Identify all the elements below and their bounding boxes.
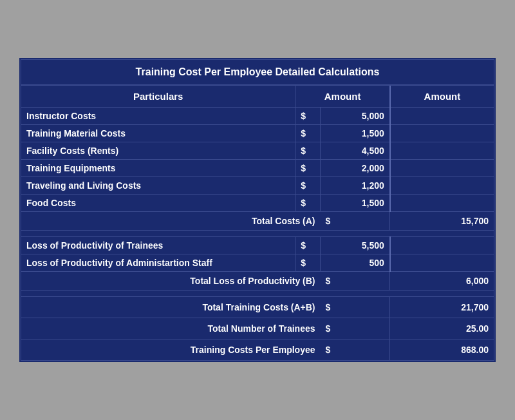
row-label: Training Material Costs — [21, 125, 295, 142]
row-value: 4,500 — [321, 142, 390, 160]
dollar-sign: $ — [295, 160, 321, 177]
row-value: 500 — [321, 254, 390, 272]
table-row: Food Costs $ 1,500 — [21, 195, 494, 212]
total-row-1: Total Training Costs (A+B) $ 21,700 — [21, 297, 494, 318]
total-dollar-2: $ — [321, 318, 390, 339]
row-value: 1,500 — [321, 125, 390, 142]
header-particulars: Particulars — [21, 85, 295, 108]
table-title: Training Cost Per Employee Detailed Calc… — [21, 60, 494, 86]
table-row: Loss of Productivity of Administartion S… — [21, 254, 494, 272]
title-row: Training Cost Per Employee Detailed Calc… — [21, 60, 494, 86]
row-value: 5,500 — [321, 237, 390, 254]
dollar-sign: $ — [295, 177, 321, 195]
total-value-1: 21,700 — [390, 297, 494, 318]
row-label: Traveling and Living Costs — [21, 177, 295, 195]
row-label: Food Costs — [21, 195, 295, 212]
subtotal-label-2: Total Loss of Productivity (B) — [21, 272, 321, 291]
blank-row-1 — [21, 231, 494, 237]
table-row: Loss of Productivity of Trainees $ 5,500 — [21, 237, 494, 254]
row-amount2 — [390, 108, 494, 125]
total-dollar-1: $ — [321, 297, 390, 318]
dollar-sign: $ — [295, 125, 321, 142]
row-amount2 — [390, 177, 494, 195]
header-row: Particulars Amount Amount — [21, 85, 494, 108]
row-amount2 — [390, 237, 494, 254]
dollar-sign: $ — [295, 142, 321, 160]
row-label: Facility Costs (Rents) — [21, 142, 295, 160]
row-value: 1,500 — [321, 195, 390, 212]
total-label-3: Training Costs Per Employee — [21, 339, 321, 361]
subtotal-dollar-2: $ — [321, 272, 390, 291]
row-label: Instructor Costs — [21, 108, 295, 125]
subtotal-dollar-1: $ — [321, 212, 390, 231]
row-amount2 — [390, 195, 494, 212]
dollar-sign: $ — [295, 254, 321, 272]
table-row: Instructor Costs $ 5,000 — [21, 108, 494, 125]
row-label: Loss of Productivity of Administartion S… — [21, 254, 295, 272]
dollar-sign: $ — [295, 237, 321, 254]
subtotal-value-1: 15,700 — [390, 212, 494, 231]
main-table: Training Cost Per Employee Detailed Calc… — [21, 59, 494, 361]
total-value-3: 868.00 — [390, 339, 494, 361]
subtotal-value-2: 6,000 — [390, 272, 494, 291]
header-amount2: Amount — [390, 85, 494, 108]
subtotal-row-2: Total Loss of Productivity (B) $ 6,000 — [21, 272, 494, 291]
row-value: 2,000 — [321, 160, 390, 177]
total-label-1: Total Training Costs (A+B) — [21, 297, 321, 318]
total-value-2: 25.00 — [390, 318, 494, 339]
table-row: Training Equipments $ 2,000 — [21, 160, 494, 177]
row-amount2 — [390, 254, 494, 272]
table-wrapper: Training Cost Per Employee Detailed Calc… — [19, 58, 496, 362]
table-row: Training Material Costs $ 1,500 — [21, 125, 494, 142]
total-dollar-3: $ — [321, 339, 390, 361]
total-row-3: Training Costs Per Employee $ 868.00 — [21, 339, 494, 361]
dollar-sign: $ — [295, 108, 321, 125]
row-value: 1,200 — [321, 177, 390, 195]
table-row: Traveling and Living Costs $ 1,200 — [21, 177, 494, 195]
total-row-2: Total Number of Trainees $ 25.00 — [21, 318, 494, 339]
blank-row-2 — [21, 291, 494, 297]
total-label-2: Total Number of Trainees — [21, 318, 321, 339]
header-amount1: Amount — [295, 85, 390, 108]
row-amount2 — [390, 125, 494, 142]
row-label: Training Equipments — [21, 160, 295, 177]
row-label: Loss of Productivity of Trainees — [21, 237, 295, 254]
row-amount2 — [390, 160, 494, 177]
dollar-sign: $ — [295, 195, 321, 212]
row-amount2 — [390, 142, 494, 160]
row-value: 5,000 — [321, 108, 390, 125]
subtotal-label-1: Total Costs (A) — [21, 212, 321, 231]
table-row: Facility Costs (Rents) $ 4,500 — [21, 142, 494, 160]
subtotal-row-1: Total Costs (A) $ 15,700 — [21, 212, 494, 231]
